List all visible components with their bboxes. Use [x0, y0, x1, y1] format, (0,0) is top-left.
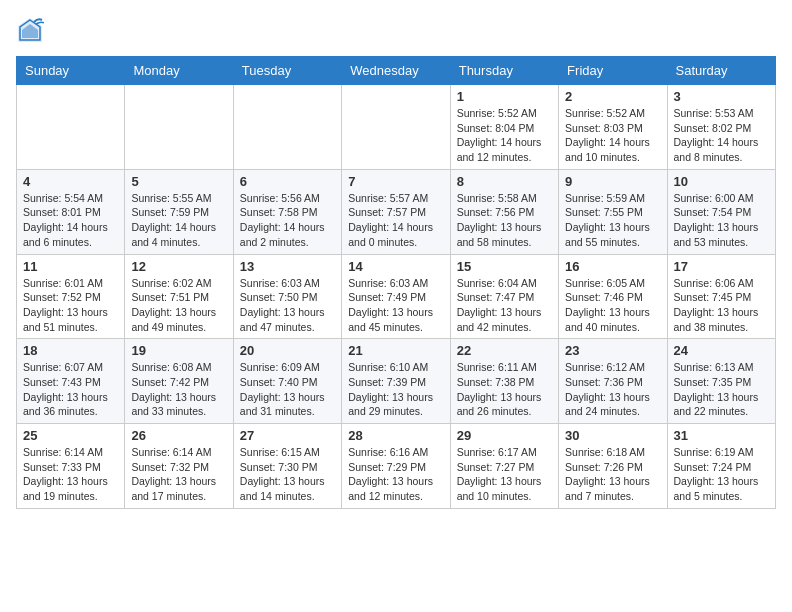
day-info: Sunrise: 6:07 AMSunset: 7:43 PMDaylight:…: [23, 360, 118, 419]
calendar-cell: 30Sunrise: 6:18 AMSunset: 7:26 PMDayligh…: [559, 424, 667, 509]
day-number: 10: [674, 174, 769, 189]
day-info: Sunrise: 6:09 AMSunset: 7:40 PMDaylight:…: [240, 360, 335, 419]
calendar-cell: [342, 85, 450, 170]
day-number: 21: [348, 343, 443, 358]
day-number: 3: [674, 89, 769, 104]
day-number: 2: [565, 89, 660, 104]
day-number: 4: [23, 174, 118, 189]
day-info: Sunrise: 6:02 AMSunset: 7:51 PMDaylight:…: [131, 276, 226, 335]
day-number: 20: [240, 343, 335, 358]
calendar-cell: 12Sunrise: 6:02 AMSunset: 7:51 PMDayligh…: [125, 254, 233, 339]
calendar-cell: 21Sunrise: 6:10 AMSunset: 7:39 PMDayligh…: [342, 339, 450, 424]
calendar-week-row: 1Sunrise: 5:52 AMSunset: 8:04 PMDaylight…: [17, 85, 776, 170]
weekday-header: Monday: [125, 57, 233, 85]
calendar-cell: [233, 85, 341, 170]
calendar-cell: 26Sunrise: 6:14 AMSunset: 7:32 PMDayligh…: [125, 424, 233, 509]
calendar-cell: 22Sunrise: 6:11 AMSunset: 7:38 PMDayligh…: [450, 339, 558, 424]
calendar-cell: 2Sunrise: 5:52 AMSunset: 8:03 PMDaylight…: [559, 85, 667, 170]
calendar-cell: 19Sunrise: 6:08 AMSunset: 7:42 PMDayligh…: [125, 339, 233, 424]
day-number: 24: [674, 343, 769, 358]
day-number: 18: [23, 343, 118, 358]
calendar-cell: 1Sunrise: 5:52 AMSunset: 8:04 PMDaylight…: [450, 85, 558, 170]
calendar-cell: 9Sunrise: 5:59 AMSunset: 7:55 PMDaylight…: [559, 169, 667, 254]
day-info: Sunrise: 6:15 AMSunset: 7:30 PMDaylight:…: [240, 445, 335, 504]
calendar-cell: 24Sunrise: 6:13 AMSunset: 7:35 PMDayligh…: [667, 339, 775, 424]
day-number: 23: [565, 343, 660, 358]
calendar-cell: 13Sunrise: 6:03 AMSunset: 7:50 PMDayligh…: [233, 254, 341, 339]
calendar-header-row: SundayMondayTuesdayWednesdayThursdayFrid…: [17, 57, 776, 85]
logo-icon: [16, 16, 44, 44]
calendar-cell: 5Sunrise: 5:55 AMSunset: 7:59 PMDaylight…: [125, 169, 233, 254]
calendar-cell: [17, 85, 125, 170]
calendar-cell: 14Sunrise: 6:03 AMSunset: 7:49 PMDayligh…: [342, 254, 450, 339]
logo: [16, 16, 48, 44]
weekday-header: Thursday: [450, 57, 558, 85]
day-number: 9: [565, 174, 660, 189]
calendar-week-row: 25Sunrise: 6:14 AMSunset: 7:33 PMDayligh…: [17, 424, 776, 509]
calendar-cell: 29Sunrise: 6:17 AMSunset: 7:27 PMDayligh…: [450, 424, 558, 509]
day-info: Sunrise: 6:12 AMSunset: 7:36 PMDaylight:…: [565, 360, 660, 419]
day-info: Sunrise: 6:19 AMSunset: 7:24 PMDaylight:…: [674, 445, 769, 504]
weekday-header: Friday: [559, 57, 667, 85]
calendar-cell: 10Sunrise: 6:00 AMSunset: 7:54 PMDayligh…: [667, 169, 775, 254]
day-number: 16: [565, 259, 660, 274]
day-number: 31: [674, 428, 769, 443]
calendar-cell: 3Sunrise: 5:53 AMSunset: 8:02 PMDaylight…: [667, 85, 775, 170]
day-info: Sunrise: 5:52 AMSunset: 8:03 PMDaylight:…: [565, 106, 660, 165]
day-number: 6: [240, 174, 335, 189]
day-info: Sunrise: 6:13 AMSunset: 7:35 PMDaylight:…: [674, 360, 769, 419]
day-info: Sunrise: 6:18 AMSunset: 7:26 PMDaylight:…: [565, 445, 660, 504]
calendar-cell: 6Sunrise: 5:56 AMSunset: 7:58 PMDaylight…: [233, 169, 341, 254]
calendar-week-row: 4Sunrise: 5:54 AMSunset: 8:01 PMDaylight…: [17, 169, 776, 254]
calendar-week-row: 18Sunrise: 6:07 AMSunset: 7:43 PMDayligh…: [17, 339, 776, 424]
day-number: 5: [131, 174, 226, 189]
day-number: 22: [457, 343, 552, 358]
day-number: 25: [23, 428, 118, 443]
day-number: 28: [348, 428, 443, 443]
day-info: Sunrise: 5:53 AMSunset: 8:02 PMDaylight:…: [674, 106, 769, 165]
day-number: 29: [457, 428, 552, 443]
day-number: 17: [674, 259, 769, 274]
day-info: Sunrise: 6:06 AMSunset: 7:45 PMDaylight:…: [674, 276, 769, 335]
day-number: 11: [23, 259, 118, 274]
day-number: 26: [131, 428, 226, 443]
calendar-cell: 17Sunrise: 6:06 AMSunset: 7:45 PMDayligh…: [667, 254, 775, 339]
day-info: Sunrise: 5:58 AMSunset: 7:56 PMDaylight:…: [457, 191, 552, 250]
day-number: 30: [565, 428, 660, 443]
day-info: Sunrise: 6:01 AMSunset: 7:52 PMDaylight:…: [23, 276, 118, 335]
calendar-cell: 7Sunrise: 5:57 AMSunset: 7:57 PMDaylight…: [342, 169, 450, 254]
day-number: 12: [131, 259, 226, 274]
day-info: Sunrise: 5:56 AMSunset: 7:58 PMDaylight:…: [240, 191, 335, 250]
calendar-cell: 20Sunrise: 6:09 AMSunset: 7:40 PMDayligh…: [233, 339, 341, 424]
weekday-header: Tuesday: [233, 57, 341, 85]
day-info: Sunrise: 6:08 AMSunset: 7:42 PMDaylight:…: [131, 360, 226, 419]
calendar-table: SundayMondayTuesdayWednesdayThursdayFrid…: [16, 56, 776, 509]
day-number: 19: [131, 343, 226, 358]
day-info: Sunrise: 6:05 AMSunset: 7:46 PMDaylight:…: [565, 276, 660, 335]
day-number: 1: [457, 89, 552, 104]
calendar-cell: 18Sunrise: 6:07 AMSunset: 7:43 PMDayligh…: [17, 339, 125, 424]
calendar-cell: 28Sunrise: 6:16 AMSunset: 7:29 PMDayligh…: [342, 424, 450, 509]
day-info: Sunrise: 5:54 AMSunset: 8:01 PMDaylight:…: [23, 191, 118, 250]
calendar-cell: 15Sunrise: 6:04 AMSunset: 7:47 PMDayligh…: [450, 254, 558, 339]
day-info: Sunrise: 6:04 AMSunset: 7:47 PMDaylight:…: [457, 276, 552, 335]
calendar-week-row: 11Sunrise: 6:01 AMSunset: 7:52 PMDayligh…: [17, 254, 776, 339]
calendar-cell: 23Sunrise: 6:12 AMSunset: 7:36 PMDayligh…: [559, 339, 667, 424]
day-info: Sunrise: 6:17 AMSunset: 7:27 PMDaylight:…: [457, 445, 552, 504]
day-number: 14: [348, 259, 443, 274]
calendar-cell: 27Sunrise: 6:15 AMSunset: 7:30 PMDayligh…: [233, 424, 341, 509]
day-number: 7: [348, 174, 443, 189]
weekday-header: Wednesday: [342, 57, 450, 85]
calendar-cell: 25Sunrise: 6:14 AMSunset: 7:33 PMDayligh…: [17, 424, 125, 509]
day-info: Sunrise: 6:10 AMSunset: 7:39 PMDaylight:…: [348, 360, 443, 419]
day-number: 13: [240, 259, 335, 274]
calendar-cell: 16Sunrise: 6:05 AMSunset: 7:46 PMDayligh…: [559, 254, 667, 339]
day-info: Sunrise: 6:14 AMSunset: 7:32 PMDaylight:…: [131, 445, 226, 504]
weekday-header: Saturday: [667, 57, 775, 85]
page-header: [16, 16, 776, 44]
calendar-cell: 8Sunrise: 5:58 AMSunset: 7:56 PMDaylight…: [450, 169, 558, 254]
day-info: Sunrise: 6:00 AMSunset: 7:54 PMDaylight:…: [674, 191, 769, 250]
day-info: Sunrise: 6:03 AMSunset: 7:49 PMDaylight:…: [348, 276, 443, 335]
day-info: Sunrise: 6:03 AMSunset: 7:50 PMDaylight:…: [240, 276, 335, 335]
day-number: 15: [457, 259, 552, 274]
